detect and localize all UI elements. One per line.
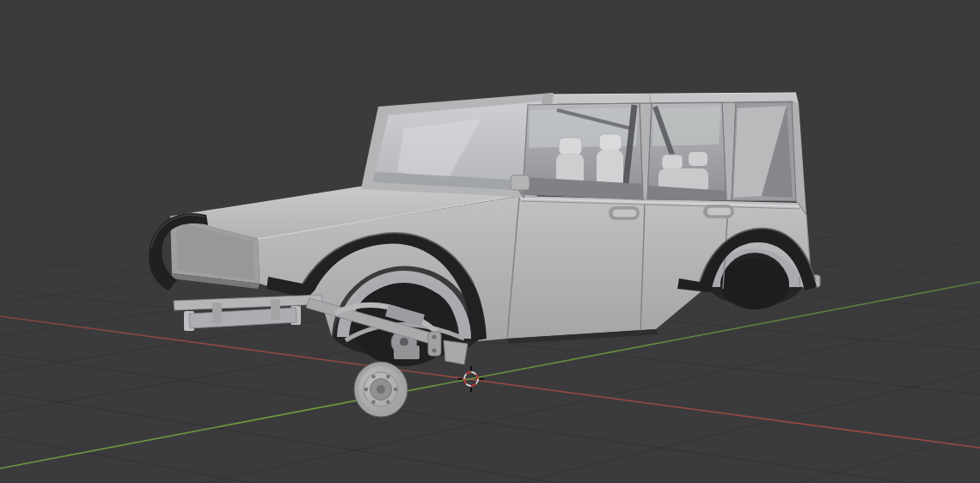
brake-disc-center-hole bbox=[377, 385, 385, 394]
lug-hole-6 bbox=[386, 375, 389, 378]
front-axle-hub-hole bbox=[400, 338, 408, 346]
rear-seat-headrest-2[interactable] bbox=[689, 152, 707, 166]
brake-disc[interactable] bbox=[354, 362, 407, 417]
lug-hole-5 bbox=[371, 375, 375, 378]
lug-hole-4 bbox=[364, 388, 368, 391]
front-seat-headrest-2[interactable] bbox=[599, 134, 622, 150]
side-windows[interactable] bbox=[523, 101, 796, 201]
bumper-link-left bbox=[212, 303, 222, 323]
lug-hole-1 bbox=[394, 388, 397, 391]
viewport-canvas[interactable] bbox=[0, 0, 980, 483]
blender-3d-viewport[interactable] bbox=[0, 0, 980, 483]
axle-plate bbox=[394, 345, 420, 359]
bumper-link-right bbox=[271, 299, 280, 320]
lug-hole-3 bbox=[371, 400, 375, 404]
front-seat-headrest[interactable] bbox=[559, 138, 582, 155]
rear-wheel-well-shadow bbox=[720, 258, 789, 309]
hanging-bracket bbox=[444, 340, 468, 364]
shackle-bolt-top bbox=[432, 335, 437, 339]
rear-seat-headrest[interactable] bbox=[662, 155, 683, 169]
front-door-handle[interactable] bbox=[612, 209, 637, 217]
shackle-bolt-bottom bbox=[432, 349, 437, 353]
lug-hole-2 bbox=[386, 400, 389, 404]
rear-door-handle[interactable] bbox=[707, 207, 732, 216]
mirror-housing bbox=[511, 175, 530, 190]
